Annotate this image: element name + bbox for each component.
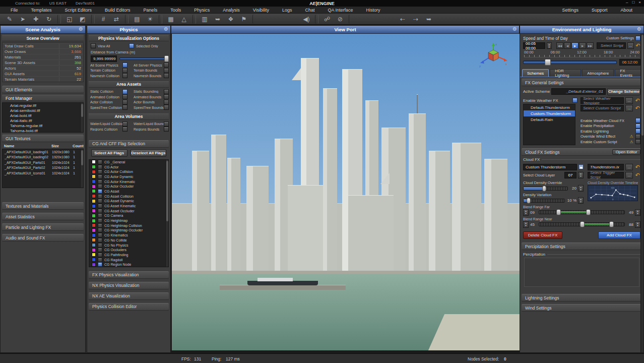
time-of-day-slider[interactable] [523,60,617,64]
checkbox[interactable] [122,105,127,110]
toolbar-button[interactable]: ☍ [321,14,333,24]
custom-settings-checkbox[interactable] [635,36,640,41]
toolbar-button[interactable] [91,15,95,24]
slider-handle[interactable] [527,198,531,204]
font-list-item[interactable]: Arial-semibold.tff [3,108,83,113]
checkbox[interactable] [122,73,127,78]
flag-row[interactable]: CG Ragdoll [89,257,168,262]
flag-row[interactable]: CG Kinematics [89,233,168,238]
checkbox[interactable] [635,129,640,134]
enable-weather-checkbox[interactable] [572,98,577,103]
blend-near-max-spinner[interactable]: ▴▾ [635,221,640,228]
toolbar-button[interactable] [57,15,61,24]
flag-checkbox[interactable] [98,160,102,164]
toolbar-button[interactable]: ⚑ [238,14,250,24]
flag-checkbox[interactable] [98,199,102,203]
toolbar-button[interactable] [192,15,196,24]
toolbar-button[interactable]: △ [178,14,190,24]
transport-button[interactable]: ◀◀ [556,42,563,49]
maximize-button[interactable]: □ [632,0,634,5]
toolbar-button[interactable] [315,15,318,24]
density-spinner[interactable]: ▴▾ [578,185,584,192]
checkbox[interactable] [122,68,127,73]
flag-checkbox[interactable] [98,174,102,179]
flag-checkbox[interactable] [98,179,102,184]
undo-icon[interactable]: ↶ [634,172,640,178]
blend-near-min-spinner[interactable]: ▴▾ [523,221,529,228]
checkbox[interactable] [635,139,640,144]
density-slider[interactable] [523,187,568,191]
menu-item[interactable]: QA Interface [321,8,360,13]
menu-item[interactable]: Chat [299,8,321,13]
section-gui-elements[interactable]: GUI Elements [2,86,84,93]
flag-row[interactable]: CG _General [89,160,168,165]
font-list-item[interactable]: Arial-italic.tff [3,118,83,123]
variation-slider[interactable] [523,199,565,203]
slider-handle[interactable] [580,221,585,227]
menu-item[interactable]: Visibility [246,8,276,13]
gear-icon[interactable]: ⚙ [637,26,641,32]
slider-handle[interactable] [545,59,551,66]
collapsed-section-header[interactable]: Physics Collision Editor [89,303,169,311]
slider-handle[interactable] [542,186,546,192]
checkbox[interactable] [635,134,640,139]
texture-table-row[interactable]: _APXDefaultGUI_Parts02 1024x1024 1 [3,165,83,171]
flag-row[interactable]: CG Actor Collision [89,169,168,174]
physics-header[interactable]: Physics ⚙ [87,26,170,34]
flag-checkbox[interactable] [98,165,102,169]
checkbox[interactable] [635,118,640,123]
checkbox[interactable] [122,100,127,105]
menu-item[interactable]: Templates [25,8,58,13]
viewport-header[interactable]: View Port ⚙ [171,26,519,34]
collapsed-section-header[interactable]: NX Physics Visualization [89,282,169,289]
texture-table-row[interactable]: _APXDefaultGUI_loading02 1920x1080 1 [3,155,83,160]
flag-checkbox[interactable] [98,258,102,262]
flag-row[interactable]: CG No Physics [89,243,168,248]
time-spinner[interactable]: ▴▾ [547,42,552,49]
flag-checkbox[interactable] [98,204,102,208]
open-editor-button[interactable]: Open Editor [612,149,640,155]
menu-item[interactable]: History [360,8,387,13]
checkbox[interactable] [122,94,127,99]
browse-button[interactable]: ... [625,164,633,170]
flag-row[interactable]: CG No Collide [89,238,168,243]
checkbox[interactable] [164,127,169,132]
blend-far-slider[interactable] [539,210,625,214]
menu-item[interactable]: Tools [164,8,187,13]
flag-checkbox[interactable] [98,189,102,194]
toolbar-button[interactable]: ▦ [165,14,177,24]
environment-header[interactable]: Environment and Lighting ⚙ [520,26,643,34]
undo-icon[interactable]: ↶ [634,105,640,111]
checkbox[interactable] [164,89,169,94]
toolbar-button[interactable] [159,15,162,24]
checkbox[interactable] [164,105,169,110]
menu-item[interactable]: Build Editors [98,8,137,13]
scene-analysis-header[interactable]: Scene Analysis ⚙ [1,26,85,34]
toolbar-button[interactable]: ↻ [43,14,55,24]
toolbar-button[interactable]: ⇄ [110,14,122,24]
transport-button[interactable]: ▶ [579,42,586,49]
blend-far-max-spinner[interactable]: ▴▾ [635,209,640,216]
flag-row[interactable]: CG Asset Collision [89,194,168,199]
flag-row[interactable]: CG Occluders [89,248,168,253]
font-list-item[interactable]: Tahoma-bold.tff [3,128,83,133]
select-all-flags-button[interactable]: Select All Flags [91,149,127,157]
scrollbar[interactable] [640,34,643,352]
active-scheme-field[interactable]: _Default-Exterior_01 [551,88,606,95]
toolbar-button[interactable] [349,15,394,24]
add-cloud-fx-button[interactable]: Add Cloud FX [598,231,640,239]
menu-item[interactable]: Analysis [216,8,246,13]
distance-slider[interactable] [119,57,167,60]
checkbox[interactable] [122,122,127,127]
cloud-file-field[interactable]: Thunderstorm.lx [588,164,624,170]
flag-row[interactable]: CG Asset Occluder [89,208,168,213]
checkbox[interactable] [164,100,169,105]
collapsed-section-header[interactable]: Asset Statistics [2,213,84,220]
font-manager-header[interactable]: Font Manager [2,95,84,101]
cloud-fx-name-field[interactable]: Custom Thunderstorm [523,164,577,170]
flag-row[interactable]: CG Region Node [89,262,168,267]
flag-checkbox[interactable] [98,238,102,243]
fx-general-header[interactable]: FX General Settings [522,79,642,86]
close-button[interactable]: × [638,0,641,5]
checkbox[interactable] [122,63,127,68]
